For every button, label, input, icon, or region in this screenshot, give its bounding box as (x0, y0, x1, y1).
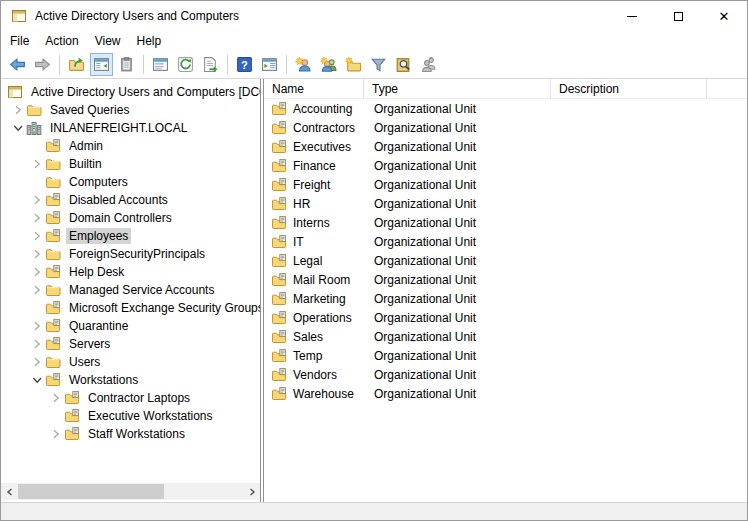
column-header-type[interactable]: Type (364, 79, 551, 98)
list-item-marketing[interactable]: Marketing Organizational Unit (264, 289, 747, 308)
toolbar-separator (286, 55, 287, 74)
chevron-right-icon[interactable] (29, 264, 45, 280)
list-item-warehouse[interactable]: Warehouse Organizational Unit (264, 384, 747, 403)
list-item-hr[interactable]: HR Organizational Unit (264, 194, 747, 213)
tree-item-workstations[interactable]: Workstations (1, 371, 260, 389)
clipboard-button[interactable] (115, 53, 138, 76)
toolbar-separator (59, 55, 60, 74)
chevron-right-icon[interactable] (29, 228, 45, 244)
chevron-right-icon[interactable] (29, 282, 45, 298)
chevron-down-icon[interactable] (10, 120, 26, 136)
tree-item-admin[interactable]: Admin (1, 137, 260, 155)
console-window-button[interactable] (258, 53, 281, 76)
tree-item-users[interactable]: Users (1, 353, 260, 371)
find-button[interactable] (392, 53, 415, 76)
list-item-legal[interactable]: Legal Organizational Unit (264, 251, 747, 270)
scroll-left-arrow[interactable] (1, 483, 18, 500)
chevron-right-icon[interactable] (29, 210, 45, 226)
chevron-right-icon[interactable] (10, 102, 26, 118)
chevron-right-icon[interactable] (29, 318, 45, 334)
tree-item-inlanefreight-local[interactable]: INLANEFREIGHT.LOCAL (1, 119, 260, 137)
properties-button[interactable] (149, 53, 172, 76)
tree-item-quarantine[interactable]: Quarantine (1, 317, 260, 335)
tree-item-builtin[interactable]: Builtin (1, 155, 260, 173)
list-item-operations[interactable]: Operations Organizational Unit (264, 308, 747, 327)
expander-placeholder (48, 408, 64, 424)
list-item-vendors[interactable]: Vendors Organizational Unit (264, 365, 747, 384)
menu-file[interactable]: File (2, 32, 37, 50)
forward-button[interactable] (31, 53, 54, 76)
close-button[interactable]: ✕ (701, 1, 747, 31)
menu-view[interactable]: View (87, 32, 129, 50)
chevron-right-icon[interactable] (29, 336, 45, 352)
delegate-control-icon (420, 56, 437, 73)
up-one-level-button[interactable] (65, 53, 88, 76)
list-item-finance[interactable]: Finance Organizational Unit (264, 156, 747, 175)
refresh-button[interactable] (174, 53, 197, 76)
tree-item-computers[interactable]: Computers (1, 173, 260, 191)
minimize-button[interactable] (609, 1, 655, 31)
scroll-right-arrow[interactable] (243, 483, 260, 500)
tree-item-foreignsecurityprincipals[interactable]: ForeignSecurityPrincipals (1, 245, 260, 263)
list-item-freight[interactable]: Freight Organizational Unit (264, 175, 747, 194)
list-item-sales[interactable]: Sales Organizational Unit (264, 327, 747, 346)
delegate-control-button[interactable] (417, 53, 440, 76)
filter-button[interactable] (367, 53, 390, 76)
folder-icon (45, 246, 61, 262)
column-header-description[interactable]: Description (551, 79, 707, 98)
tree-item-staff-workstations[interactable]: Staff Workstations (1, 425, 260, 443)
organizational-unit-icon (45, 138, 61, 154)
tree-item-microsoft-exchange-security-groups[interactable]: Microsoft Exchange Security Groups (1, 299, 260, 317)
chevron-right-icon[interactable] (48, 390, 64, 406)
new-group-button[interactable] (317, 53, 340, 76)
organizational-unit-icon (271, 329, 287, 345)
new-organizational-unit-button[interactable] (342, 53, 365, 76)
list-item-mail-room[interactable]: Mail Room Organizational Unit (264, 270, 747, 289)
new-user-icon (295, 56, 312, 73)
list-item-accounting[interactable]: Accounting Organizational Unit (264, 99, 747, 118)
folder-icon (45, 282, 61, 298)
new-user-button[interactable] (292, 53, 315, 76)
chevron-right-icon[interactable] (48, 426, 64, 442)
tree-item-disabled-accounts[interactable]: Disabled Accounts (1, 191, 260, 209)
list-item-contractors[interactable]: Contractors Organizational Unit (264, 118, 747, 137)
scrollbar-track[interactable] (18, 483, 243, 500)
chevron-down-icon[interactable] (29, 372, 45, 388)
folder-icon (45, 156, 61, 172)
export-list-button[interactable] (199, 53, 222, 76)
organizational-unit-icon (271, 367, 287, 383)
scrollbar-thumb[interactable] (18, 484, 164, 499)
show-hide-console-tree-button[interactable] (90, 53, 113, 76)
chevron-right-icon[interactable] (29, 246, 45, 262)
chevron-right-icon[interactable] (29, 354, 45, 370)
tree-item-executive-workstations[interactable]: Executive Workstations (1, 407, 260, 425)
horizontal-scrollbar[interactable] (1, 483, 260, 500)
chevron-right-icon[interactable] (29, 192, 45, 208)
tree-item-help-desk[interactable]: Help Desk (1, 263, 260, 281)
tree-item-employees[interactable]: Employees (1, 227, 260, 245)
tree-item-root[interactable]: Active Directory Users and Computers [DC… (1, 83, 260, 101)
tree-item-servers[interactable]: Servers (1, 335, 260, 353)
list-item-it[interactable]: IT Organizational Unit (264, 232, 747, 251)
list-item-executives[interactable]: Executives Organizational Unit (264, 137, 747, 156)
refresh-icon (177, 56, 194, 73)
list-item-interns[interactable]: Interns Organizational Unit (264, 213, 747, 232)
back-button[interactable] (6, 53, 29, 76)
help-button[interactable] (233, 53, 256, 76)
tree-item-managed-service-accounts[interactable]: Managed Service Accounts (1, 281, 260, 299)
list-item-temp[interactable]: Temp Organizational Unit (264, 346, 747, 365)
organizational-unit-icon (271, 158, 287, 174)
organizational-unit-icon (271, 215, 287, 231)
tree-item-saved-queries[interactable]: Saved Queries (1, 101, 260, 119)
aduc-window: Active Directory Users and Computers ✕ F… (0, 0, 748, 521)
toolbar (1, 51, 747, 79)
tree-item-domain-controllers[interactable]: Domain Controllers (1, 209, 260, 227)
export-list-icon (202, 56, 219, 73)
chevron-right-icon[interactable] (29, 156, 45, 172)
menu-help[interactable]: Help (129, 32, 170, 50)
column-header-name[interactable]: Name (264, 79, 364, 98)
maximize-button[interactable] (655, 1, 701, 31)
organizational-unit-icon (271, 291, 287, 307)
tree-item-contractor-laptops[interactable]: Contractor Laptops (1, 389, 260, 407)
menu-action[interactable]: Action (37, 32, 86, 50)
